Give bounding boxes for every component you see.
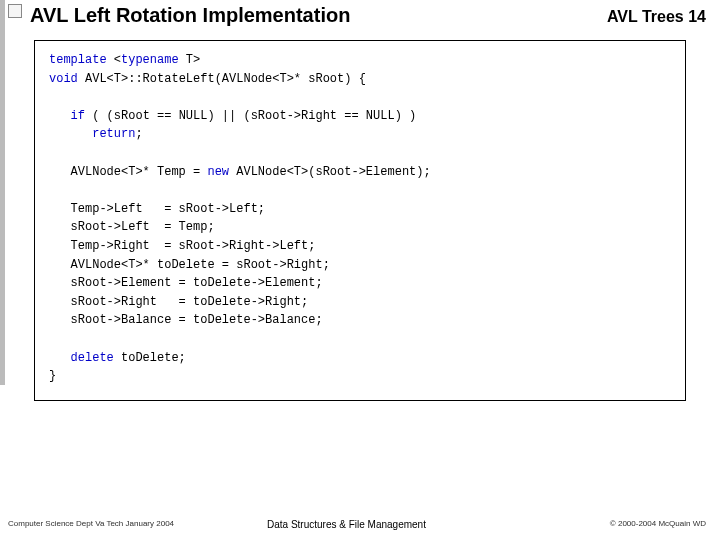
code-line: sRoot->Right = toDelete->Right;: [49, 295, 308, 309]
footer-center: Data Structures & File Management: [267, 519, 426, 530]
tab-marker: [8, 4, 22, 18]
code-line: sRoot->Balance = toDelete->Balance;: [49, 313, 323, 327]
footer-left: Computer Science Dept Va Tech January 20…: [8, 519, 174, 528]
kw-delete: delete: [49, 351, 114, 365]
kw-new: new: [207, 165, 229, 179]
code-text: AVLNode<T>* Temp =: [49, 165, 207, 179]
side-rule: [0, 0, 5, 385]
footer-right: © 2000-2004 McQuain WD: [610, 519, 706, 528]
code-line: sRoot->Element = toDelete->Element;: [49, 276, 323, 290]
page-label: AVL Trees 14: [607, 8, 706, 26]
code-close: }: [49, 369, 56, 383]
slide-header: AVL Left Rotation Implementation AVL Tre…: [30, 4, 706, 27]
code-text: ;: [135, 127, 142, 141]
code-box: template <typename T> void AVL<T>::Rotat…: [34, 40, 686, 401]
code-text: ( (sRoot == NULL) || (sRoot->Right == NU…: [85, 109, 416, 123]
slide-footer: Computer Science Dept Va Tech January 20…: [8, 519, 706, 528]
code-text: toDelete;: [114, 351, 186, 365]
kw-return: return: [49, 127, 135, 141]
code-line: AVLNode<T>* toDelete = sRoot->Right;: [49, 258, 330, 272]
code-text: T>: [179, 53, 201, 67]
code-text: AVLNode<T>(sRoot->Element);: [229, 165, 431, 179]
code-text: AVL<T>::RotateLeft(AVLNode<T>* sRoot) {: [78, 72, 366, 86]
code-text: <: [107, 53, 121, 67]
kw-template: template: [49, 53, 107, 67]
code-line: Temp->Right = sRoot->Right->Left;: [49, 239, 315, 253]
slide-title: AVL Left Rotation Implementation: [30, 4, 350, 27]
kw-if: if: [49, 109, 85, 123]
code-line: sRoot->Left = Temp;: [49, 220, 215, 234]
code-line: Temp->Left = sRoot->Left;: [49, 202, 265, 216]
kw-typename: typename: [121, 53, 179, 67]
kw-void: void: [49, 72, 78, 86]
